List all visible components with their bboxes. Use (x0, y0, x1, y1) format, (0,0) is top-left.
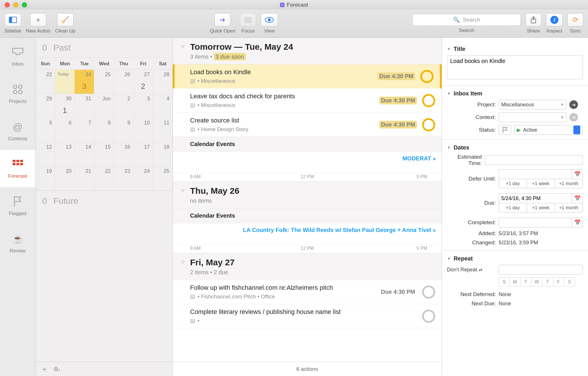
due-input[interactable] (499, 193, 572, 203)
focus-button[interactable] (240, 13, 256, 26)
inspect-button[interactable]: i (546, 13, 563, 26)
complete-circle[interactable] (420, 70, 434, 83)
calendar-cell[interactable]: 243 (75, 70, 94, 94)
calendar-cell[interactable]: 29 (36, 94, 55, 118)
defer-until-input[interactable] (499, 169, 572, 179)
view-button[interactable] (261, 13, 278, 26)
quick-date-button[interactable]: +1 month (555, 179, 583, 188)
calendar-cell[interactable]: 17 (134, 142, 153, 166)
calendar-cell[interactable]: 22 (94, 166, 114, 191)
quick-date-button[interactable]: +1 week (527, 203, 555, 212)
quick-date-button[interactable]: +1 week (527, 179, 555, 188)
context-select[interactable]: ▼ (499, 112, 566, 122)
calendar-icon[interactable]: 📅 (572, 218, 583, 227)
calendar-cell[interactable]: 23 (114, 166, 134, 191)
sidebar-toggle-button[interactable] (5, 13, 21, 26)
quick-date-button[interactable]: +1 day (499, 179, 527, 188)
calendar-cell[interactable]: 5 (36, 118, 55, 142)
calendar-cell[interactable]: 4 (153, 94, 173, 118)
task-row[interactable]: Load books on Kindle▤ • MiscellaneousDue… (173, 64, 442, 89)
complete-circle[interactable] (422, 310, 435, 323)
repeat-mode-select[interactable]: Don't Repeat▴▾ (447, 267, 496, 273)
calendar-cell[interactable]: 22 (36, 70, 55, 94)
calendar-icon[interactable]: 📅 (572, 193, 583, 203)
calendar-cell[interactable]: 8 (94, 118, 114, 142)
disclosure-icon[interactable]: ▼ (447, 145, 451, 150)
calendar-cell[interactable]: 15 (94, 142, 114, 166)
calendar-cell[interactable]: 25 (153, 166, 173, 191)
calendar-cell[interactable]: 7 (75, 118, 94, 142)
sidebar-item-contexts[interactable]: @ Contexts (0, 112, 35, 150)
go-to-context[interactable]: ➜ (569, 113, 578, 122)
sync-button[interactable]: ⟳ (567, 13, 583, 26)
future-row[interactable]: 0 Future (36, 191, 173, 211)
task-row[interactable]: Follow up with fishchannel.com re:Alzhei… (173, 280, 442, 304)
clean-up-button[interactable]: 🧹 (57, 13, 74, 26)
calendar-cell[interactable]: 26 (114, 70, 134, 94)
quick-date-button[interactable]: +1 month (555, 203, 583, 212)
calendar-cell[interactable]: 21 (75, 166, 94, 191)
sidebar-item-inbox[interactable]: Inbox (0, 38, 35, 75)
calendar-cell[interactable]: 9 (114, 118, 134, 142)
calendar-cell[interactable]: 19 (36, 166, 55, 191)
repeat-input[interactable] (499, 265, 583, 275)
share-button[interactable] (525, 13, 541, 26)
quick-open-button[interactable]: ➜ (214, 13, 231, 26)
section-header[interactable]: ▽Thu, May 26no items (173, 182, 442, 208)
window-close[interactable] (5, 2, 10, 7)
calendar-cell[interactable]: 28 (153, 70, 173, 94)
title-input[interactable] (447, 55, 583, 79)
calendar-cell[interactable]: 20 (55, 166, 75, 191)
go-to-project[interactable]: ➜ (569, 100, 578, 109)
completed-input[interactable] (499, 218, 572, 227)
task-row[interactable]: Create source list▤ • Home Design StoryD… (173, 113, 442, 137)
flag-toggle[interactable] (499, 125, 511, 135)
calendar-event[interactable]: LA Country Folk: The Wild Reeds w/ Stefa… (243, 227, 435, 233)
calendar-cell[interactable]: 272 (134, 70, 153, 94)
disclosure-icon[interactable]: ▼ (447, 256, 451, 261)
calendar-cell[interactable]: 31 (75, 94, 94, 118)
calendar-cell[interactable]: 16 (114, 142, 134, 166)
estimated-time-input[interactable] (485, 155, 583, 165)
calendar-cell[interactable]: 301 (55, 94, 75, 118)
quick-date-button[interactable]: +1 day (499, 203, 527, 212)
section-header[interactable]: ▽Tomorrow — Tue, May 243 items • 3 due s… (173, 38, 442, 64)
complete-circle[interactable] (422, 285, 435, 299)
calendar-cell[interactable]: 25 (94, 70, 114, 94)
repeat-day-grid[interactable]: SMTWTFS (499, 277, 583, 287)
sidebar-item-forecast[interactable]: Forecast (0, 150, 35, 187)
task-row[interactable]: Leave tax docs and check for parents▤ • … (173, 89, 442, 113)
window-zoom[interactable] (22, 2, 27, 7)
disclosure-icon[interactable]: ▼ (447, 47, 451, 51)
sidebar-item-projects[interactable]: Projects (0, 75, 35, 112)
calendar-cell[interactable]: 10 (134, 118, 153, 142)
window-minimize[interactable] (13, 2, 18, 7)
calendar-cell[interactable]: 11 (153, 118, 173, 142)
calendar-cell[interactable]: Jun (94, 94, 114, 118)
sidebar-item-flagged[interactable]: Flagged (0, 187, 35, 225)
calendar-cell[interactable]: 13 (55, 142, 75, 166)
add-button[interactable]: ＋ (41, 365, 48, 374)
calendar-cell[interactable]: 24 (134, 166, 153, 191)
complete-circle[interactable] (422, 94, 435, 107)
calendar-cell[interactable]: 3 (134, 94, 153, 118)
task-row[interactable]: Complete literary reviews / publishing h… (173, 304, 442, 328)
disclosure-icon[interactable]: ▼ (447, 91, 451, 96)
project-select[interactable]: Miscellaneous▼ (499, 100, 566, 110)
status-select[interactable]: ▶ Active (514, 125, 583, 135)
calendar-cell[interactable]: 12 (36, 142, 55, 166)
calendar-cell[interactable]: 2 (114, 94, 134, 118)
gear-dropdown[interactable]: ⚙︎▾ (53, 366, 60, 373)
past-row[interactable]: 0 Past (36, 38, 173, 58)
sidebar-item-review[interactable]: ☕ Review (0, 225, 35, 262)
complete-circle[interactable] (422, 118, 435, 131)
calendar-cell[interactable]: Today (55, 70, 75, 94)
section-header[interactable]: ▽Fri, May 272 items • 2 due (173, 253, 442, 280)
new-action-button[interactable]: ＋ (30, 13, 46, 26)
calendar-icon[interactable]: 📅 (572, 169, 583, 179)
calendar-cell[interactable]: 18 (153, 142, 173, 166)
search-field[interactable]: 🔍 Search (412, 14, 521, 26)
calendar-cell[interactable]: 14 (75, 142, 94, 166)
calendar-event[interactable]: MODERAT » (403, 155, 435, 162)
calendar-cell[interactable]: 6 (55, 118, 75, 142)
